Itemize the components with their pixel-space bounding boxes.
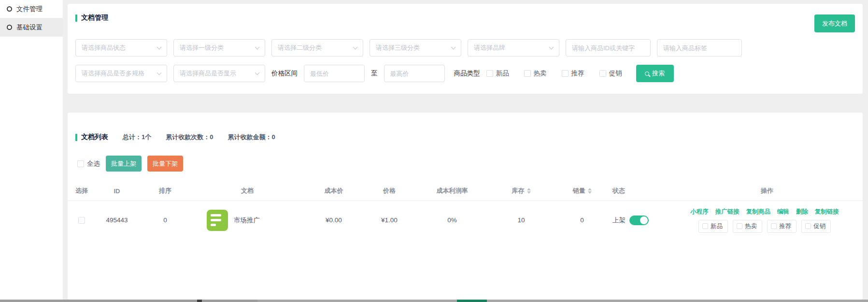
type-checkbox-new[interactable]: 新品 [486, 69, 509, 78]
header-sales-sortable[interactable]: 销量 [552, 187, 612, 195]
checkbox-label: 促销 [609, 69, 622, 78]
row-stock: 10 [491, 216, 552, 224]
row-sales: 0 [552, 216, 612, 224]
title-accent-bar [75, 14, 77, 22]
checkbox-icon [77, 160, 84, 167]
header-id: ID [96, 187, 138, 195]
price-range-label: 价格区间 [271, 69, 298, 78]
batch-off-shelf-button[interactable]: 批量下架 [147, 156, 183, 172]
brand-select[interactable]: 请选择品牌 [468, 39, 559, 57]
row-cost-profit-rate: 0% [413, 216, 491, 224]
sidebar-item-label: 文件管理 [16, 5, 43, 14]
tag-checkbox-promo[interactable]: 促销 [801, 220, 831, 233]
row-sort: 0 [138, 216, 192, 224]
product-id-keyword-field-wrap [566, 39, 651, 57]
select-placeholder: 请选择商品状态 [82, 43, 126, 52]
doc-manage-panel: 文档管理 发布文档 请选择商品状态 请选择一级分类 请选择二级分类 请选择三级分… [68, 4, 863, 94]
publish-doc-button[interactable]: 发布文档 [814, 14, 855, 32]
header-cost-price: 成本价 [302, 187, 365, 195]
category-level1-select[interactable]: 请选择一级分类 [173, 39, 265, 57]
row-price: ¥1.00 [365, 216, 413, 224]
scrollbar-green-segment [457, 300, 487, 302]
copy-url-link[interactable]: 复制链接 [815, 208, 839, 216]
product-status-select[interactable]: 请选择商品状态 [75, 39, 167, 57]
copy-product-link[interactable]: 复制商品 [746, 208, 770, 216]
product-type-label: 商品类型 [454, 69, 480, 78]
chevron-down-icon [255, 70, 260, 75]
type-checkbox-hot[interactable]: 热卖 [524, 69, 547, 78]
max-price-field-wrap [384, 65, 445, 82]
sort-arrows-icon[interactable] [527, 188, 531, 194]
category-level3-select[interactable]: 请选择三级分类 [370, 39, 461, 57]
header-cost-profit-rate: 成本利润率 [413, 187, 491, 195]
chevron-down-icon [157, 70, 162, 75]
header-select: 选择 [68, 187, 96, 195]
promo-link-link[interactable]: 推广链接 [715, 208, 740, 216]
product-id-keyword-input[interactable] [572, 44, 644, 52]
select-placeholder: 请选择商品是否显示 [180, 69, 236, 78]
product-tag-input[interactable] [663, 44, 736, 52]
row-id: 495443 [96, 216, 138, 224]
header-price: 价格 [365, 187, 413, 195]
delete-link[interactable]: 删除 [796, 208, 808, 216]
title-accent-bar [75, 134, 77, 141]
header-actions: 操作 [671, 187, 863, 195]
select-all-label: 全选 [87, 159, 100, 168]
type-checkbox-recommend[interactable]: 推荐 [562, 69, 584, 78]
category-level2-select[interactable]: 请选择二级分类 [271, 39, 363, 57]
row-cost-price: ¥0.00 [302, 216, 365, 224]
checkbox-icon [599, 70, 606, 77]
min-price-input[interactable] [310, 70, 358, 77]
header-stock-sortable[interactable]: 库存 [491, 187, 552, 195]
tag-checkbox-hot[interactable]: 热卖 [733, 220, 762, 233]
status-toggle[interactable] [629, 216, 649, 225]
search-icon [645, 72, 649, 76]
row-select-checkbox[interactable] [78, 217, 85, 224]
pay-amount-stat: 累计收款金额：0 [228, 133, 275, 142]
table-row: 495443 0 市场推广 ¥0.00 ¥1.00 0% 10 0 上架 小程序… [68, 201, 863, 239]
checkbox-label: 新品 [496, 69, 509, 78]
tag-checkbox-recommend[interactable]: 推荐 [767, 220, 797, 233]
select-placeholder: 请选择三级分类 [376, 43, 420, 52]
checkbox-label: 推荐 [571, 69, 584, 78]
sidebar-item-file-management[interactable]: 文件管理 [0, 0, 63, 18]
tag-label: 促销 [813, 222, 825, 230]
doc-list-title: 文档列表 [75, 133, 108, 142]
doc-manage-title: 文档管理 [75, 14, 108, 22]
table-header-row: 选择 ID 排序 文档 成本价 价格 成本利润率 库存 销量 状态 操作 [68, 181, 863, 201]
tag-label: 热卖 [745, 222, 757, 230]
checkbox-icon [737, 223, 742, 229]
select-placeholder: 请选择品牌 [474, 43, 505, 52]
checkbox-icon [524, 70, 531, 77]
header-sort: 排序 [138, 187, 192, 195]
mini-program-link[interactable]: 小程序 [690, 208, 709, 216]
max-price-input[interactable] [390, 70, 439, 77]
horizontal-scrollbar[interactable] [0, 300, 868, 302]
search-button-label: 搜索 [652, 69, 665, 78]
doc-list-panel: 文档列表 总计：1个 累计收款次数：0 累计收款金额：0 全选 批量上架 批量下… [68, 113, 863, 300]
sidebar-item-basic-settings[interactable]: 基础设置 [0, 18, 63, 37]
select-all-checkbox[interactable]: 全选 [77, 159, 100, 168]
filters-row-2: 请选择商品是否多规格 请选择商品是否显示 价格区间 至 商品类型 新品 热卖 推… [68, 57, 863, 82]
doc-table: 选择 ID 排序 文档 成本价 价格 成本利润率 库存 销量 状态 操作 495… [68, 181, 863, 239]
chevron-down-icon [157, 44, 162, 49]
product-visible-select[interactable]: 请选择商品是否显示 [173, 65, 265, 82]
pay-count-stat: 累计收款次数：0 [166, 133, 213, 142]
select-placeholder: 请选择一级分类 [180, 43, 224, 52]
tag-label: 推荐 [779, 222, 791, 230]
edit-link[interactable]: 编辑 [777, 208, 789, 216]
search-button[interactable]: 搜索 [636, 65, 674, 82]
multi-spec-select[interactable]: 请选择商品是否多规格 [75, 65, 167, 82]
sidebar: 文件管理 基础设置 [0, 0, 63, 300]
header-doc: 文档 [192, 187, 302, 195]
type-checkbox-promo[interactable]: 促销 [599, 69, 622, 78]
filters-row-1: 请选择商品状态 请选择一级分类 请选择二级分类 请选择三级分类 请选择品牌 [68, 32, 863, 57]
tag-checkbox-new[interactable]: 新品 [698, 220, 728, 233]
row-tag-checkboxes: 新品 热卖 推荐 促销 [698, 220, 831, 233]
total-stat: 总计：1个 [123, 133, 151, 142]
sidebar-item-label: 基础设置 [16, 23, 43, 32]
batch-on-shelf-button[interactable]: 批量上架 [106, 156, 142, 172]
circle-icon [7, 25, 12, 30]
header-stock-label: 库存 [512, 187, 525, 195]
sort-arrows-icon[interactable] [588, 188, 592, 194]
